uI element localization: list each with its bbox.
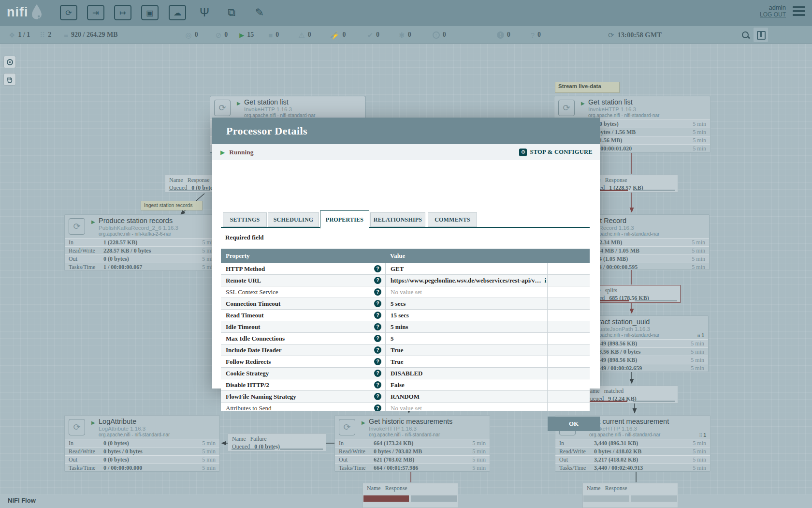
help-icon[interactable]: ?	[374, 277, 381, 284]
processor-type-icon: ⟳	[339, 419, 355, 435]
processor-type-icon: ⟳	[69, 419, 85, 435]
status-item: ■ 0	[268, 31, 279, 39]
help-icon[interactable]: ?	[374, 404, 381, 411]
processor-produce-station-records[interactable]: ⟳ ▶ Produce station records PublishKafka…	[64, 214, 220, 271]
processor-stat-row: Out3,217 (418.02 KB)5 min	[555, 455, 710, 463]
canvas-label-stream-live-data[interactable]: Stream live-data	[555, 82, 620, 93]
processor-stat-row: Out0 (0 bytes)5 min	[65, 254, 219, 263]
processor-type: PublishKafkaRecord_2_6 1.16.3	[99, 225, 217, 231]
running-status-icon: ▶	[362, 420, 365, 425]
property-row: HTTP Method ? GET	[221, 263, 590, 275]
processor-icon[interactable]: ⟳	[60, 5, 77, 20]
backpressure-bar	[631, 495, 677, 502]
property-value: False	[391, 381, 405, 389]
properties-table: Property Value HTTP Method ? GET	[221, 249, 590, 411]
refresh-status[interactable]: ⟳ 13:00:58 GMT	[608, 26, 662, 44]
property-row: Read Timeout ? 15 secs	[221, 310, 590, 321]
processor-stat-row: Tasks/Time3,440 / 00:02:40.9135 min	[555, 463, 710, 472]
last-refresh-time: 13:00:58 GMT	[618, 31, 662, 39]
processor-details-dialog: Processor Details ▶ Running ⚙ STOP & CON…	[212, 118, 600, 388]
output-port-icon[interactable]: ↦	[114, 5, 131, 20]
tab-properties[interactable]: PROPERTIES	[320, 210, 369, 228]
grid-icon: ⠿	[697, 333, 701, 338]
process-group-icon[interactable]: ▣	[141, 5, 159, 20]
help-icon[interactable]: ?	[374, 335, 381, 342]
stale-icon: ↑	[433, 31, 440, 39]
funnel-icon[interactable]: Ψ	[196, 5, 213, 20]
help-icon[interactable]: ?	[374, 300, 381, 307]
property-name: Connection Timeout	[226, 300, 371, 308]
template-icon[interactable]: ⧉	[223, 5, 240, 20]
pan-tool-button[interactable]	[4, 74, 15, 85]
property-row: Cookie Strategy ? DISABLED	[221, 368, 590, 379]
help-icon[interactable]: ?	[374, 312, 381, 319]
transmitting-icon: ◎	[186, 31, 192, 39]
stop-and-configure-button[interactable]: ⚙ STOP & CONFIGURE	[519, 149, 593, 156]
status-item: ↑ 0	[433, 31, 446, 39]
property-value: 5	[391, 335, 394, 343]
property-name: Cookie Strategy	[226, 370, 371, 377]
label-icon[interactable]: ✎	[251, 5, 268, 20]
value-column-header: Value	[385, 252, 405, 260]
nifi-logo: nifi	[7, 4, 43, 21]
info-icon[interactable]: i	[544, 277, 546, 284]
property-value: https://www.pegelonline.wsv.de/webservic…	[391, 277, 541, 284]
processor-bundle: org.apache.nifi - nifi-standard-nar	[99, 432, 217, 438]
processor-type: InvokeHTTP 1.16.3	[589, 426, 707, 432]
help-icon[interactable]: ?	[374, 323, 381, 330]
select-tool-button[interactable]	[4, 56, 15, 68]
processor-title: Split Record	[588, 217, 706, 225]
processor-log-attribute[interactable]: ⟳ ▶ LogAttribute LogAttribute 1.16.3 org…	[64, 415, 220, 472]
tab-relationships[interactable]: RELATIONSHIPS	[370, 212, 425, 227]
backpressure-bar-full	[363, 495, 409, 502]
backpressure-bar	[411, 495, 457, 502]
unversioned-icon: ?	[531, 31, 535, 39]
properties-table-body: HTTP Method ? GET Remote URL ?	[221, 263, 590, 411]
input-port-icon[interactable]: ⇥	[87, 5, 104, 20]
global-menu-icon[interactable]	[793, 6, 805, 16]
help-icon[interactable]: ?	[374, 381, 381, 388]
property-name: Attributes to Send	[226, 404, 371, 412]
status-item: ⊘ 0	[216, 31, 228, 39]
property-value: No value set	[391, 288, 422, 296]
processor-stat-row: Read/Write0 bytes / 703.02 MB5 min	[335, 447, 490, 455]
processor-get-historic-measurements[interactable]: ⟳ ▶ Get historic measurements InvokeHTTP…	[334, 415, 490, 472]
processor-stat-row: In3,440 (896.31 KB)5 min	[555, 439, 710, 447]
help-icon[interactable]: ?	[374, 358, 381, 365]
canvas-label-ingest-station-records[interactable]: Ingest station records	[141, 201, 203, 210]
help-icon[interactable]: ?	[374, 346, 381, 354]
processor-stat-row: Read/Write0 bytes / 418.02 KB5 min	[555, 447, 710, 455]
up-to-date-icon: ✔	[367, 31, 373, 39]
property-row: SSL Context Service ? No value set	[221, 286, 590, 298]
remote-process-group-icon[interactable]: ☁	[169, 5, 186, 20]
processor-type: SplitRecord 1.16.3	[588, 225, 706, 231]
connection-failure[interactable]: NameFailure Queued0 (0 bytes)	[228, 433, 326, 451]
property-row: Attributes to Send ? No value set	[221, 403, 590, 411]
help-icon[interactable]: ?	[374, 265, 381, 272]
required-field-note: Required field	[225, 234, 264, 241]
status-item: ❖ 1 / 1	[9, 31, 30, 39]
processor-bundle: org.apache.nifi - nifi-standard-nar	[588, 231, 706, 237]
search-icon[interactable]	[741, 31, 750, 40]
panel-toggle-icon[interactable]	[754, 28, 768, 42]
status-item: ✱ 0	[399, 31, 411, 39]
running-status-icon: ▶	[581, 101, 585, 106]
stopped-icon: ■	[268, 31, 273, 39]
run-state-label: Running	[229, 149, 253, 156]
property-row: FlowFile Naming Strategy ? RANDOM	[221, 391, 590, 403]
locally-modified-icon: ✱	[399, 31, 405, 39]
status-bar: ❖ 1 / 1 ⠿ 2 ≡ 920 / 264.29 MB ◎ 0 ⊘ 0 ▶ …	[0, 26, 812, 44]
tab-settings[interactable]: SETTINGS	[223, 212, 267, 227]
tab-comments[interactable]: COMMENTS	[428, 212, 477, 227]
ok-button[interactable]: OK	[548, 417, 600, 431]
help-icon[interactable]: ?	[374, 288, 381, 296]
help-icon[interactable]: ?	[374, 370, 381, 377]
current-user: admin	[760, 4, 786, 11]
help-icon[interactable]: ?	[374, 393, 381, 400]
nodes-icon: ⠿	[40, 31, 45, 39]
breadcrumb[interactable]: NiFi Flow	[8, 497, 36, 504]
status-item: ⠿ 2	[40, 31, 51, 39]
tab-scheduling[interactable]: SCHEDULING	[268, 212, 319, 227]
processor-title: Extract station_uuid	[588, 318, 705, 326]
logout-link[interactable]: LOG OUT	[760, 11, 786, 18]
